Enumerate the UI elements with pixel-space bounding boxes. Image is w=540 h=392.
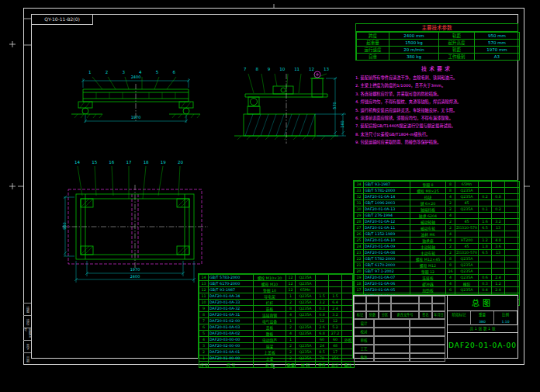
cell-code: DAF20-01-0A-33 [209, 300, 254, 306]
callout-number: 13 [324, 67, 329, 71]
cell-total-weight: 0.8 [492, 194, 505, 200]
cell-remark [505, 250, 520, 256]
cell-remark [342, 281, 355, 287]
weight-value: 380 [471, 318, 494, 325]
cell-remark [505, 225, 520, 231]
cell-code: DAF20-01-00-00 [209, 356, 254, 362]
table-row: 8 DAF20-01-0A-31 连接角钢 4 Q235A 0.8 3.2 [199, 312, 355, 318]
cell-code: DAF20-01-0A-14 [364, 194, 410, 200]
cell-code: GB/T 93-1987 [364, 182, 410, 188]
cell-code: GB/T 6170-2000 [209, 281, 254, 287]
callout-number: 6 [172, 70, 175, 75]
cell-total-weight [492, 262, 505, 269]
margin-label: 底图总号 [23, 328, 31, 340]
table-row: 1 DAF20-01-00-00 主梁 2 Q235A 78 156 [199, 356, 355, 362]
cell-material [455, 213, 479, 219]
cell-code: DAF20-01-0A-05 [364, 287, 410, 293]
bom-header-cell: 材 料 [296, 362, 316, 368]
signature-date [410, 336, 445, 345]
cell-total-weight: 4.8 [492, 238, 505, 244]
cell-total-weight [492, 213, 505, 219]
cell-qty: 16 [446, 269, 455, 275]
margin-label-strip: 描图描校底图总号签字日期 [23, 303, 31, 365]
cell-code: DAF20-02-00-00 [209, 343, 254, 349]
change-header-cell: 年月日 [432, 311, 445, 319]
change-header-cell: 标记 [354, 311, 366, 319]
margin-label: 日期 [23, 352, 31, 365]
cell-code: DAF20-01-0A-10 [364, 238, 410, 244]
spec-value: A3 [475, 54, 520, 61]
table-row: 3 DAF20-02-00-00 端梁 2 Q235A 24 48 [199, 343, 355, 349]
cell-qty: 8 [446, 188, 455, 194]
cell-material: 45 [455, 200, 479, 206]
callout-number: 5 [156, 70, 159, 75]
spec-key: 运行速度 [357, 47, 389, 54]
callout-number: 9 [268, 67, 271, 71]
cell-code: GB/T 6170-2000 [364, 262, 410, 269]
callout-number: 1 [88, 70, 92, 75]
table-row: 29 GB/T 276-1994 轴承 6204 4 [355, 213, 520, 219]
cell-name: 导电架 [254, 293, 286, 300]
cell-unit-weight: 0.8 [316, 312, 329, 318]
cell-material [296, 318, 316, 324]
cell-material: Q235A [455, 275, 479, 281]
cell-remark [505, 287, 520, 293]
callout-number: 18 [144, 160, 149, 165]
cell-code: GB/T 5783-2000 [209, 275, 254, 281]
cell-qty: 2 [446, 206, 455, 213]
cell-qty: 2 [286, 324, 296, 331]
cell-no: 19 [355, 275, 364, 281]
cell-remark [505, 206, 520, 213]
cell-material: 65Mn [455, 182, 479, 188]
cell-total-weight: 1.2 [492, 281, 505, 287]
cell-material: Q235A [296, 331, 316, 337]
callout-number: 10 [279, 67, 285, 71]
spec-value: 570 mm [475, 40, 520, 47]
dim-plan-span: 2400 [123, 274, 147, 279]
note-line: 5. 运行机构安装后应运转灵活，车轮接触良好，无卡阻。 [355, 106, 518, 114]
cell-material: Q235A [455, 287, 479, 293]
technical-notes: 技术要求 1. 装配前所有零件应清洗干净，去除毛刺、铁屑和油污。2. 主梁上拱度… [355, 64, 518, 147]
cell-material: Q235A [455, 206, 479, 213]
table-row: 13 GB/T 6170-2000 螺母 M10 12 Q235A [199, 281, 355, 287]
signature-date [410, 328, 445, 336]
cell-qty: 4 [446, 231, 455, 238]
cell-code: DAF20-01-0A-08 [364, 250, 410, 256]
cell-no: 22 [355, 256, 364, 262]
cell-material: 橡胶 [455, 281, 479, 287]
cell-name: 加劲板 [410, 287, 446, 293]
note-line: 4. 焊缝应均匀，不得有裂纹、夹渣等缺陷，焊后清除焊渣。 [355, 98, 518, 106]
cell-material: Q235A [296, 343, 316, 349]
cell-code: DAF20-01-0A-31 [209, 312, 254, 318]
spec-value: 950 mm [475, 33, 520, 40]
cell-qty: 12 [286, 275, 296, 281]
note-line: 3. 各连接螺栓应拧紧，并采取可靠的防松措施。 [355, 90, 518, 98]
table-row: 25 DAF20-01-0A-10 轴承座 4 HT200 1.2 4.8 [355, 238, 520, 244]
cell-no: 27 [355, 225, 364, 231]
table-row: 18 DAF20-01-0A-06 缓冲器 4 橡胶 0.3 1.2 [355, 281, 520, 287]
cell-no: 31 [355, 200, 364, 206]
table-row: 23 DAF20-01-0A-08 主动车轮 2 ZG310-570 6.5 1… [355, 250, 520, 256]
cell-remark [505, 188, 520, 194]
section-leaders [248, 74, 327, 93]
table-row: 11 DAF20-01-0A-34 导电架 1 Q235A 1.5 1.5 [199, 293, 355, 300]
cell-no: 2 [199, 349, 209, 356]
cell-name: 螺母 M10 [254, 281, 286, 287]
cell-code: DAF20-01-0A-11 [364, 225, 410, 231]
cell-total-weight [329, 281, 342, 287]
bom-header-cell: 序号 [199, 362, 209, 368]
hook-icon [314, 71, 320, 78]
cell-total-weight: 12 [329, 318, 342, 324]
cell-name: 主梁 [254, 356, 286, 362]
cell-unit-weight: 0.4 [479, 287, 492, 293]
cell-name: 端梁 [254, 343, 286, 349]
cell-qty: 4 [446, 194, 455, 200]
cell-code: GB/T 97.1-2002 [364, 269, 410, 275]
margin-label: 描校 [23, 315, 31, 328]
change-cell [432, 304, 445, 311]
bom-header-cell: 代 号 [209, 362, 254, 368]
cell-unit-weight: 1.2 [479, 238, 492, 244]
cell-qty: 2 [446, 250, 455, 256]
cell-code: DAF20-01-0A-06 [364, 281, 410, 287]
note-line: 9. 包装运输时应采取防雨、防碰伤等保护措施。 [355, 138, 518, 146]
